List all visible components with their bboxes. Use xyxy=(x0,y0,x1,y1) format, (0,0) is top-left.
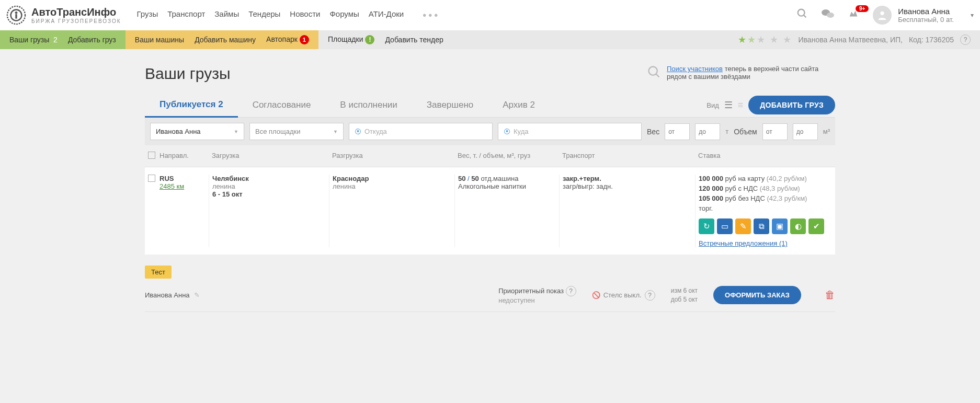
tabs-row: Публикуется 2 Согласование В исполнении … xyxy=(145,93,835,118)
weight-to-input[interactable] xyxy=(695,123,720,140)
row-checkbox[interactable] xyxy=(148,175,155,182)
col-unloading[interactable]: Разгрузка xyxy=(329,152,454,160)
subnav-your-cargo[interactable]: Ваши грузы 2 xyxy=(9,36,58,44)
tab-completed[interactable]: Завершено xyxy=(412,94,488,117)
company-code: Код: 1736205 xyxy=(909,36,954,44)
cell-unloading: Краснодар ленина xyxy=(329,175,454,247)
test-tag[interactable]: Тест xyxy=(145,266,172,279)
more-icon[interactable]: ••• xyxy=(423,9,440,21)
platforms-select[interactable]: Все площадки xyxy=(249,123,344,140)
subnav-your-vehicles[interactable]: Ваши машины xyxy=(135,36,184,44)
col-rate[interactable]: Ставка xyxy=(695,152,835,160)
nav-news[interactable]: Новости xyxy=(290,9,320,21)
main-nav: Грузы Транспорт Займы Тендеры Новости Фо… xyxy=(137,9,440,21)
volume-to-input[interactable] xyxy=(793,123,818,140)
header-right: 9+ Иванова Анна Бесплатный, 0 ат. ▾ xyxy=(796,6,974,25)
submit-order-button[interactable]: ОФОРМИТЬ ЗАКАЗ xyxy=(713,286,801,304)
main-header: АвтоТрансИнфо БИРЖА ГРУЗОПЕРЕВОЗОК Грузы… xyxy=(0,0,980,30)
user-name: Иванова Анна xyxy=(898,7,954,16)
cell-direction: RUS 2485 км xyxy=(156,175,209,247)
help-icon[interactable]: ? xyxy=(645,290,655,301)
to-input[interactable]: ⦿Куда xyxy=(498,123,642,140)
svg-point-8 xyxy=(881,11,884,15)
nav-cargo[interactable]: Грузы xyxy=(137,9,158,21)
svg-point-4 xyxy=(798,9,805,16)
user-select[interactable]: Иванова Анна xyxy=(150,123,244,140)
help-icon[interactable]: ? xyxy=(960,34,971,45)
nav-docs[interactable]: АТИ-Доки xyxy=(369,9,404,21)
counter-offers-link[interactable]: Встречные предложения (1) xyxy=(699,239,832,247)
notifications-icon[interactable]: 9+ xyxy=(848,8,859,22)
trash-icon[interactable]: 🗑 xyxy=(825,289,835,301)
rating-stars[interactable]: ★★★ ★ ★ xyxy=(738,34,792,45)
chat-icon[interactable] xyxy=(822,8,834,22)
refresh-icon[interactable]: ↻ xyxy=(699,218,714,234)
volume-label: Объем xyxy=(734,128,757,136)
nav-tenders[interactable]: Тендеры xyxy=(248,9,280,21)
tons-unit: т xyxy=(725,128,728,135)
copy-icon[interactable]: ⧉ xyxy=(754,218,769,234)
svg-line-5 xyxy=(804,15,806,18)
subnav-add-tender[interactable]: Добавить тендер xyxy=(385,36,443,44)
platforms-badge: ! xyxy=(365,35,374,44)
nav-forums[interactable]: Форумы xyxy=(329,9,359,21)
sub-header: Ваши грузы 2 Добавить груз Ваши машины Д… xyxy=(0,30,980,49)
search-members-link[interactable]: Поиск участников xyxy=(667,65,723,73)
tab-publishing[interactable]: Публикуется 2 xyxy=(145,93,238,118)
subnav-add-cargo[interactable]: Добавить груз xyxy=(68,36,116,44)
search-hint-icon xyxy=(647,65,662,81)
col-loading[interactable]: Загрузка xyxy=(209,152,329,160)
svg-point-9 xyxy=(649,67,657,75)
dates-block: изм 6 окт доб 5 окт xyxy=(671,286,698,304)
help-icon[interactable]: ? xyxy=(566,286,576,296)
view-list-icon[interactable]: ☰ xyxy=(724,99,733,111)
tab-execution[interactable]: В исполнении xyxy=(325,94,412,117)
subnav-autopark[interactable]: Автопарк1 xyxy=(266,35,309,44)
owner-name: Иванова Анна ✎ xyxy=(145,291,200,299)
select-all-checkbox[interactable] xyxy=(148,152,155,159)
svg-line-10 xyxy=(656,74,659,77)
toggle-icon[interactable]: ◐ xyxy=(790,218,806,234)
logo-subtitle: БИРЖА ГРУЗОПЕРЕВОЗОК xyxy=(31,18,121,24)
cargo-row[interactable]: RUS 2485 км Челябинск ленина 6 - 15 окт … xyxy=(145,167,835,255)
company-name: Иванова Анна Матвеевна, ИП, xyxy=(799,36,903,44)
col-transport[interactable]: Транспорт xyxy=(559,152,695,160)
bottom-row: Иванова Анна ✎ Приоритетный показ ? недо… xyxy=(145,279,835,312)
distance-link[interactable]: 2485 км xyxy=(159,182,184,190)
subnav-platforms[interactable]: Площадки! xyxy=(328,35,375,44)
add-cargo-button[interactable]: ДОБАВИТЬ ГРУЗ xyxy=(748,96,835,114)
from-input[interactable]: ⦿Откуда xyxy=(349,123,493,140)
stealth-toggle[interactable]: 🚫 Стелс выкл. ? xyxy=(592,290,655,301)
subnav-add-vehicle[interactable]: Добавить машину xyxy=(195,36,256,44)
autopark-badge: 1 xyxy=(300,35,309,44)
edit-icon[interactable]: ✎ xyxy=(735,218,751,234)
tab-archive[interactable]: Архив 2 xyxy=(488,94,550,117)
search-icon[interactable] xyxy=(796,8,808,22)
truck-icon[interactable]: ▣ xyxy=(772,218,788,234)
m3-unit: м³ xyxy=(823,128,830,135)
view-label: Вид xyxy=(706,101,719,109)
pin-icon: ⦿ xyxy=(355,128,361,135)
logo-block[interactable]: АвтоТрансИнфо БИРЖА ГРУЗОПЕРЕВОЗОК xyxy=(6,5,121,25)
page-title: Ваши грузы xyxy=(145,65,230,83)
col-weight[interactable]: Вес, т. / объем, м³, груз xyxy=(454,152,559,160)
svg-rect-3 xyxy=(15,14,17,19)
nav-loans[interactable]: Займы xyxy=(214,9,239,21)
user-status: Бесплатный, 0 ат. xyxy=(898,16,954,24)
pencil-icon[interactable]: ✎ xyxy=(194,291,200,299)
col-direction[interactable]: Направл. xyxy=(156,152,209,160)
filters-bar: Иванова Анна Все площадки ⦿Откуда ⦿Куда … xyxy=(145,118,835,145)
weight-from-input[interactable] xyxy=(665,123,690,140)
chevron-down-icon: ▾ xyxy=(971,11,974,19)
priority-block: Приоритетный показ ? недоступен xyxy=(498,286,576,304)
tab-agreement[interactable]: Согласование xyxy=(238,94,326,117)
cell-transport: закр.+терм. загр/выгр: задн. xyxy=(559,175,695,247)
comment-icon[interactable]: ▭ xyxy=(717,218,733,234)
check-icon[interactable]: ✔ xyxy=(808,218,824,234)
user-menu[interactable]: Иванова Анна Бесплатный, 0 ат. ▾ xyxy=(873,6,974,25)
nav-transport[interactable]: Транспорт xyxy=(167,9,205,21)
volume-from-input[interactable] xyxy=(762,123,788,140)
view-grid-icon[interactable]: ≡ xyxy=(738,100,744,111)
pin-icon: ⦿ xyxy=(504,128,510,135)
table-header: Направл. Загрузка Разгрузка Вес, т. / об… xyxy=(145,145,835,167)
